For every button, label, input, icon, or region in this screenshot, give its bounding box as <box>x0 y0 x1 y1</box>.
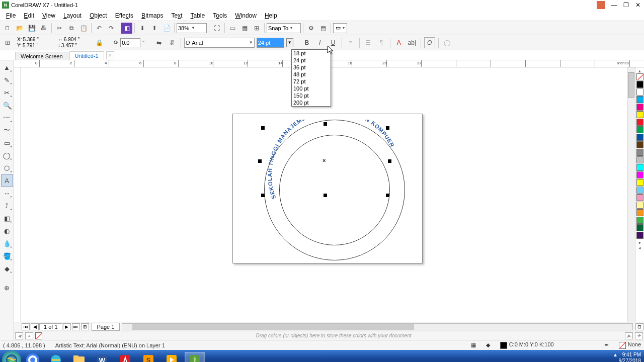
swatch[interactable] <box>636 119 643 126</box>
font-size-combo[interactable]: 24 pt <box>257 38 284 48</box>
options-icon[interactable]: ⚙ <box>305 23 316 34</box>
horizontal-scrollbar[interactable] <box>122 323 633 330</box>
page-next-icon[interactable]: ▶ <box>63 323 71 330</box>
size-option-200[interactable]: 200 pt <box>292 99 331 106</box>
fill-swatch-icon[interactable] <box>500 342 507 349</box>
transparency-tool-icon[interactable]: ◐ <box>1 225 13 237</box>
snap-to-combo[interactable]: Snap To▾ <box>267 23 301 33</box>
show-guidelines-icon[interactable]: ⊞ <box>251 23 262 34</box>
palette-flyout-icon[interactable]: ◂ <box>635 245 644 250</box>
crop-tool-icon[interactable]: ✂▸ <box>1 86 13 99</box>
swatch[interactable] <box>636 164 643 171</box>
document-palette[interactable]: ◀ ▸ Drag colors (or objects) here to sto… <box>14 331 644 340</box>
app-launcher-icon[interactable]: ▤ <box>317 23 329 34</box>
taskbar-adobe-icon[interactable] <box>115 352 135 362</box>
paste-icon[interactable]: 📋 <box>78 23 89 34</box>
publish-pdf-icon[interactable]: 📄 <box>161 23 172 34</box>
swatch[interactable] <box>636 111 643 118</box>
menu-view[interactable]: View <box>38 11 59 20</box>
y-value[interactable]: 5.791 " <box>23 43 38 49</box>
menu-layout[interactable]: Layout <box>59 11 86 20</box>
menu-effects[interactable]: Effects <box>111 11 137 20</box>
polygon-tool-icon[interactable]: ⬡▸ <box>1 162 13 174</box>
fullscreen-icon[interactable]: ⛶ <box>211 23 222 34</box>
swatch[interactable] <box>636 179 643 186</box>
handle-ml[interactable] <box>258 159 262 163</box>
import-icon[interactable]: ⬇ <box>137 23 148 34</box>
font-combo[interactable]: OArial▼ <box>184 38 255 48</box>
connector-tool-icon[interactable]: ⤴▸ <box>1 200 13 212</box>
taskbar-explorer-icon[interactable] <box>69 352 89 362</box>
size-option-72[interactable]: 72 pt <box>292 78 331 85</box>
size-option-18[interactable]: 18 pt <box>292 50 331 57</box>
size-option-150[interactable]: 150 pt <box>292 92 331 99</box>
palette-down-icon[interactable]: ▾ <box>635 240 644 245</box>
docpal-none[interactable] <box>35 332 42 339</box>
swatch[interactable] <box>636 202 643 209</box>
mirror-v-icon[interactable]: ⇵ <box>167 37 178 48</box>
menu-edit[interactable]: Edit <box>20 11 38 20</box>
undo-icon[interactable]: ↶ <box>94 23 105 34</box>
freehand-tool-icon[interactable]: 〰▸ <box>1 112 13 124</box>
system-tray[interactable]: ▲ 9:41 PM 9/27/2018 <box>613 352 641 362</box>
interactive-fill-icon[interactable]: 🪣▸ <box>1 250 13 262</box>
artistic-media-icon[interactable]: 〜 <box>1 124 13 136</box>
color-proof-icon[interactable]: ◆ <box>486 342 490 348</box>
swatch[interactable] <box>636 232 643 239</box>
swatch[interactable] <box>636 104 643 111</box>
swatch[interactable] <box>636 149 643 156</box>
swatch[interactable] <box>636 156 643 163</box>
taskbar-sublime-icon[interactable]: S <box>138 352 158 362</box>
close-button[interactable]: ✕ <box>634 2 642 9</box>
swatch[interactable] <box>636 171 643 178</box>
mirror-h-icon[interactable]: ⇋ <box>153 37 165 48</box>
swatch[interactable] <box>636 96 643 103</box>
swatch[interactable] <box>636 187 643 194</box>
taskbar-ie-icon[interactable] <box>46 352 66 362</box>
handle-bl[interactable] <box>261 194 265 197</box>
outline-pen-icon[interactable]: ✒ <box>604 342 609 348</box>
edit-text-icon[interactable]: ab| <box>407 37 418 48</box>
swatch[interactable] <box>636 194 643 201</box>
handle-br[interactable] <box>386 194 389 197</box>
vertical-scrollbar[interactable] <box>627 67 635 322</box>
tab-untitled[interactable]: Untitled-1 <box>69 51 104 60</box>
menu-bitmaps[interactable]: Bitmaps <box>137 11 167 20</box>
copy-icon[interactable]: ⧉ <box>66 23 77 34</box>
size-option-48[interactable]: 48 pt <box>292 71 331 78</box>
bold-icon[interactable]: B <box>301 37 312 48</box>
palette-up-icon[interactable]: ▴ <box>635 68 644 73</box>
zoom-combo[interactable]: 38%▼ <box>177 23 207 33</box>
handle-mr[interactable] <box>388 159 391 163</box>
size-option-24[interactable]: 24 pt <box>292 57 331 64</box>
height-value[interactable]: 3.457 " <box>61 43 77 49</box>
start-button[interactable] <box>2 350 21 362</box>
show-rulers-icon[interactable]: ▭ <box>227 23 238 34</box>
new-icon[interactable]: 🗋 <box>2 23 13 34</box>
pick-tool-icon[interactable]: ▲▸ <box>1 61 13 73</box>
parallel-dim-icon[interactable]: ↔▸ <box>1 187 13 199</box>
swatch-none[interactable] <box>636 73 643 80</box>
handle-tl[interactable] <box>261 126 265 130</box>
redo-icon[interactable]: ↷ <box>106 23 117 34</box>
rotation-input[interactable] <box>120 38 140 47</box>
handle-tr[interactable] <box>386 126 389 130</box>
snap-indicator-icon[interactable]: ▦ <box>471 342 476 348</box>
zoom-tool-icon[interactable]: 🔍▸ <box>1 99 13 111</box>
swatch[interactable] <box>636 209 643 216</box>
size-option-100[interactable]: 100 pt <box>292 85 331 92</box>
docpal-next-icon[interactable]: ▶ <box>625 332 633 339</box>
tray-flag-icon[interactable]: ▲ <box>613 352 618 358</box>
show-grid-icon[interactable]: ▦ <box>239 23 250 34</box>
page-add-icon[interactable]: ⊞ <box>81 323 89 330</box>
width-value[interactable]: 6.904 " <box>64 37 79 43</box>
menu-window[interactable]: Window <box>231 11 261 20</box>
minimize-button[interactable]: — <box>610 2 618 9</box>
font-size-dropdown[interactable]: 18 pt 24 pt 36 pt 48 pt 72 pt 100 pt 150… <box>291 49 331 107</box>
page-last-icon[interactable]: ⏭ <box>72 323 80 330</box>
menu-object[interactable]: Object <box>86 11 111 20</box>
user-account-icon[interactable] <box>597 1 605 9</box>
docpal-menu-icon[interactable]: ▸ <box>25 332 33 339</box>
swatch[interactable] <box>636 88 643 96</box>
taskbar-media-icon[interactable] <box>162 352 182 362</box>
